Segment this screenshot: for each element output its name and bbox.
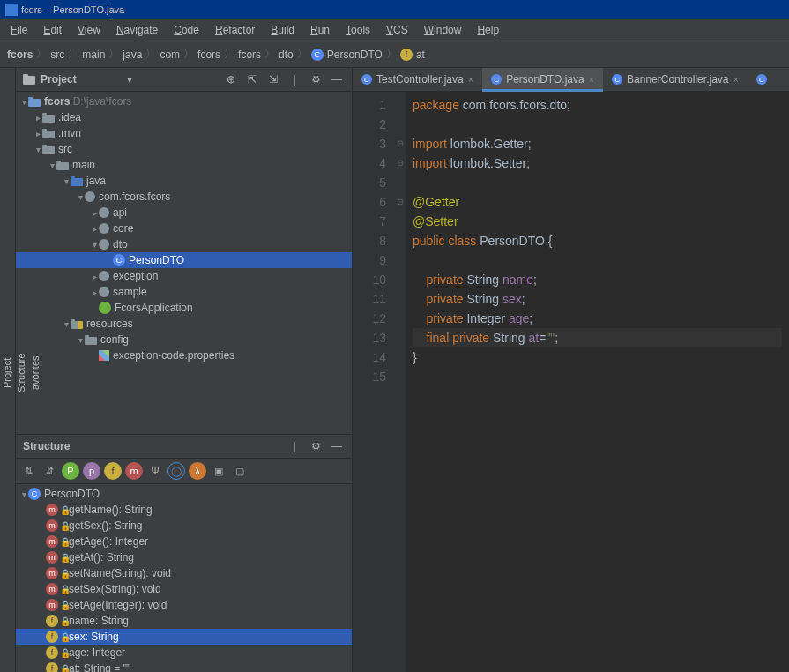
menu-view[interactable]: View [71,21,108,39]
tree-item-label: exception [113,270,158,282]
gutter-tab-project[interactable]: Project [0,68,14,672]
tree-item[interactable]: ▸core [16,220,352,236]
tree-root[interactable]: ▾ fcors D:\java\fcors [16,93,352,109]
structure-member[interactable]: m🔒 setName(String): void [16,565,352,581]
gear-icon[interactable]: ⚙ [308,438,324,454]
tree-item[interactable]: ▸.mvn [16,125,352,141]
tree-item[interactable]: ▸sample [16,284,352,300]
minimize-icon[interactable]: — [329,438,345,454]
menu-run[interactable]: Run [303,21,337,39]
structure-member[interactable]: f🔒 at: String = "" [16,661,352,672]
structure-panel-header: Structure | ⚙ — [16,435,352,459]
gutter-tab-favorites[interactable]: avorites [28,68,42,672]
dropdown-arrow-icon[interactable]: ▾ [127,73,132,86]
tree-item[interactable]: ▸.idea [16,109,352,125]
gutter-tab-structure[interactable]: Structure [14,68,28,672]
tree-item[interactable]: ▾java [16,173,352,189]
tree-item[interactable]: FcorsApplication [16,300,352,316]
editor-tab[interactable]: CBannerController.java× [603,68,748,91]
crumb-dto[interactable]: dto [279,49,294,61]
autoscroll-to-icon[interactable]: ▣ [210,462,227,480]
structure-member[interactable]: m🔒 setSex(String): void [16,581,352,597]
filter-f-icon[interactable]: f [104,462,122,480]
method-icon: m [46,599,58,611]
close-icon[interactable]: × [468,74,473,85]
structure-member[interactable]: f🔒 sex: String [16,629,352,645]
filter-m-icon[interactable]: m [125,462,143,480]
crumb-fcors[interactable]: fcors [197,49,220,61]
menu-navigate[interactable]: Navigate [109,21,165,39]
crumb-PersonDTO[interactable]: PersonDTO [327,49,383,61]
gear-icon[interactable]: ⚙ [308,71,324,87]
expand-all-icon[interactable]: ⇱ [244,71,260,87]
lock-icon: 🔒 [60,601,69,609]
collapse-all-icon[interactable]: ⇲ [265,71,281,87]
structure-member[interactable]: m🔒 setAge(Integer): void [16,597,352,613]
locate-icon[interactable]: ⊕ [223,71,239,87]
tree-item[interactable]: ▾resources [16,316,352,332]
menu-help[interactable]: Help [470,21,506,39]
menu-vcs[interactable]: VCS [379,21,415,39]
crumb-main[interactable]: main [82,49,105,61]
window-title: fcors – PersonDTO.java [21,4,124,15]
tree-item[interactable]: ▸exception [16,268,352,284]
tree-item-label: core [113,222,133,235]
class-icon: C [361,74,372,85]
filter-p2-icon[interactable]: p [83,462,100,480]
tree-item[interactable]: ▾src [16,141,352,157]
structure-member[interactable]: f🔒 name: String [16,613,352,629]
close-icon[interactable]: × [589,74,594,85]
structure-class-row[interactable]: ▾ C PersonDTO [16,486,352,502]
tree-item-label: exception-code.properties [113,349,234,362]
code-body[interactable]: package com.fcors.fcors.dto; import lomb… [406,92,789,672]
project-tree[interactable]: ▾ fcors D:\java\fcors ▸.idea▸.mvn▾src▾ma… [16,92,352,434]
structure-member[interactable]: m🔒 getSex(): String [16,518,352,534]
tree-item-label: com.fcors.fcors [99,190,170,203]
crumb-fcors[interactable]: fcors [238,49,261,61]
tree-item-label: PersonDTO [129,254,184,266]
editor-tab-more[interactable]: C [748,68,776,91]
fold-gutter[interactable]: ⊖⊖ ⊖ [395,92,406,672]
menu-window[interactable]: Window [417,21,469,39]
menu-file[interactable]: File [4,21,34,39]
filter-lambda-icon[interactable]: λ [189,462,206,480]
package-icon [99,271,109,281]
menu-code[interactable]: Code [167,21,206,39]
tree-item[interactable]: CPersonDTO [16,252,352,268]
code-editor[interactable]: 123456789101112131415 ⊖⊖ ⊖ package com.f… [353,92,789,672]
menu-tools[interactable]: Tools [339,21,377,39]
sort-visibility-icon[interactable]: ⇵ [41,462,58,480]
crumb-java[interactable]: java [123,49,142,61]
crumb-src[interactable]: src [50,49,64,61]
filter-p-icon[interactable]: P [62,462,79,480]
minimize-icon[interactable]: — [329,71,345,87]
structure-tree[interactable]: ▾ C PersonDTO m🔒 getName(): Stringm🔒 get… [16,484,352,672]
autoscroll-from-icon[interactable]: ▢ [231,462,249,480]
structure-member[interactable]: m🔒 getAge(): Integer [16,534,352,549]
tree-item[interactable]: ▾dto [16,236,352,252]
tree-item[interactable]: ▾com.fcors.fcors [16,189,352,205]
crumb-com[interactable]: com [160,49,180,61]
tree-item-label: sample [113,286,147,298]
structure-member[interactable]: m🔒 getName(): String [16,502,352,518]
filter-ann-icon[interactable]: ◯ [167,462,185,480]
tree-item[interactable]: ▸api [16,205,352,220]
folder-icon [42,145,55,154]
structure-member[interactable]: m🔒 getAt(): String [16,549,352,565]
tree-item[interactable]: ▾config [16,332,352,347]
crumb-fcors[interactable]: fcors [7,49,33,61]
structure-member[interactable]: f🔒 age: Integer [16,645,352,661]
filter-branch-icon[interactable]: Ψ [146,462,164,480]
tree-item[interactable]: ▾main [16,157,352,173]
line-number: 4 [356,153,386,173]
editor-tab[interactable]: CPersonDTO.java× [482,68,603,91]
line-number: 2 [356,115,386,134]
menu-build[interactable]: Build [264,21,301,39]
crumb-at[interactable]: at [416,49,425,61]
editor-tab[interactable]: CTestController.java× [353,68,482,91]
member-label: getAt(): String [69,551,134,564]
menu-edit[interactable]: Edit [36,21,69,39]
close-icon[interactable]: × [733,74,738,85]
menu-refactor[interactable]: Refactor [208,21,262,39]
tree-item[interactable]: exception-code.properties [16,347,352,363]
